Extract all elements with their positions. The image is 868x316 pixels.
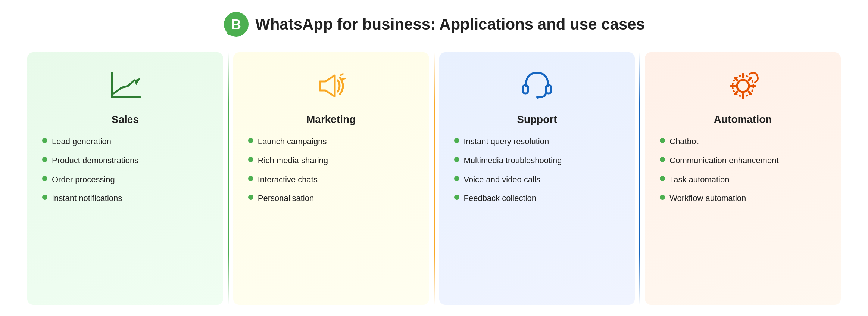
sales-list: Lead generation Product demonstrations O… (42, 136, 208, 212)
bullet-icon (454, 138, 459, 143)
bullet-icon (454, 157, 459, 162)
list-item-text: Order processing (52, 174, 115, 186)
support-list: Instant query resolution Multimedia trou… (454, 136, 620, 212)
list-item: Voice and video calls (454, 174, 620, 186)
list-item-text: Feedback collection (464, 193, 536, 204)
list-item: Product demonstrations (42, 155, 208, 167)
bullet-icon (42, 138, 47, 143)
divider-sales-marketing (228, 52, 229, 305)
marketing-card: Marketing Launch campaigns Rich media sh… (233, 52, 429, 305)
list-item: Workflow automation (660, 193, 826, 204)
bullet-icon (248, 138, 253, 143)
bullet-icon (660, 157, 665, 162)
divider-marketing-support (434, 52, 435, 305)
list-item-text: Instant notifications (52, 193, 122, 204)
marketing-title: Marketing (306, 114, 356, 126)
list-item-text: Personalisation (258, 193, 314, 204)
support-card: Support Instant query resolution Multime… (439, 52, 635, 305)
svg-marker-4 (134, 78, 141, 85)
whatsapp-logo-icon: B (223, 11, 249, 37)
list-item: Instant query resolution (454, 136, 620, 148)
list-item: Feedback collection (454, 193, 620, 204)
list-item-text: Rich media sharing (258, 155, 328, 167)
bullet-icon (454, 176, 459, 181)
list-item: Chatbot (660, 136, 826, 148)
headset-icon (518, 67, 556, 105)
list-item: Order processing (42, 174, 208, 186)
bullet-icon (42, 157, 47, 162)
support-title: Support (517, 114, 557, 126)
sales-title: Sales (112, 114, 139, 126)
list-item: Rich media sharing (248, 155, 414, 167)
list-item-text: Task automation (669, 174, 729, 186)
list-item-text: Multimedia troubleshooting (464, 155, 562, 167)
bullet-icon (42, 176, 47, 181)
list-item-text: Interactive chats (258, 174, 318, 186)
list-item-text: Voice and video calls (464, 174, 540, 186)
megaphone-icon (312, 67, 350, 105)
list-item: Task automation (660, 174, 826, 186)
list-item: Multimedia troubleshooting (454, 155, 620, 167)
bullet-icon (248, 176, 253, 181)
marketing-list: Launch campaigns Rich media sharing Inte… (248, 136, 414, 212)
automation-card: Automation Chatbot Communication enhance… (645, 52, 841, 305)
sales-card: Sales Lead generation Product demonstrat… (27, 52, 223, 305)
svg-text:B: B (231, 17, 241, 32)
automation-title: Automation (714, 114, 772, 126)
list-item-text: Lead generation (52, 136, 111, 148)
list-item-text: Instant query resolution (464, 136, 549, 148)
svg-point-10 (737, 80, 749, 92)
bullet-icon (660, 176, 665, 181)
bullet-icon (454, 195, 459, 200)
bullet-icon (248, 195, 253, 200)
list-item-text: Chatbot (669, 136, 698, 148)
list-item: Lead generation (42, 136, 208, 148)
list-item-text: Workflow automation (669, 193, 746, 204)
list-item: Personalisation (248, 193, 414, 204)
automation-list: Chatbot Communication enhancement Task a… (660, 136, 826, 212)
bullet-icon (248, 157, 253, 162)
list-item-text: Launch campaigns (258, 136, 327, 148)
svg-point-9 (536, 96, 539, 99)
bullet-icon (660, 138, 665, 143)
svg-line-6 (342, 78, 345, 79)
chart-icon (106, 67, 144, 105)
list-item-text: Communication enhancement (669, 155, 778, 167)
page-header: B WhatsApp for business: Applications an… (223, 11, 645, 37)
list-item: Instant notifications (42, 193, 208, 204)
divider-support-automation (639, 52, 640, 305)
list-item: Launch campaigns (248, 136, 414, 148)
cards-container: Sales Lead generation Product demonstrat… (24, 52, 844, 305)
bullet-icon (660, 195, 665, 200)
page-title: WhatsApp for business: Applications and … (255, 15, 645, 33)
gear-icon (724, 67, 762, 105)
list-item: Communication enhancement (660, 155, 826, 167)
list-item: Interactive chats (248, 174, 414, 186)
bullet-icon (42, 195, 47, 200)
svg-line-5 (340, 74, 343, 75)
list-item-text: Product demonstrations (52, 155, 138, 167)
